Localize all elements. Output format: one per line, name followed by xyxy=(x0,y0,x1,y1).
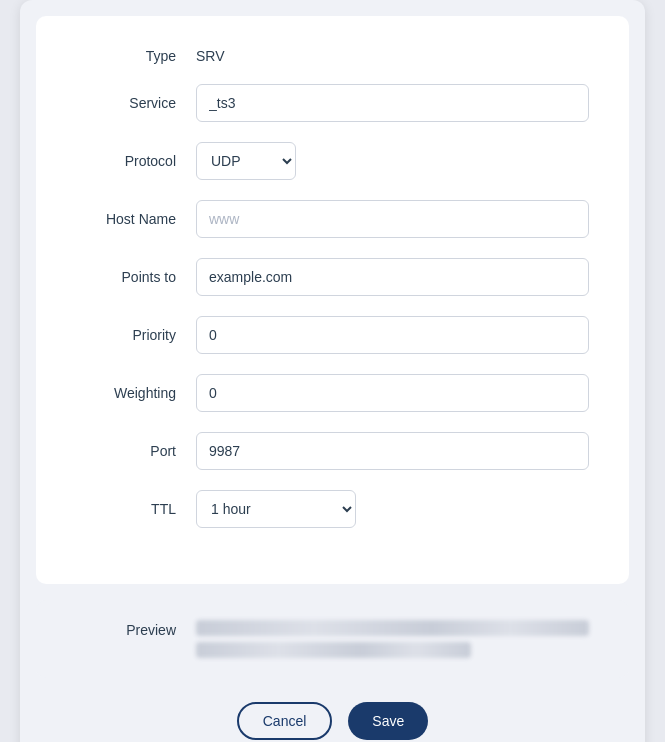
hostname-label: Host Name xyxy=(76,211,196,227)
preview-row: Preview xyxy=(76,620,589,658)
preview-line-2 xyxy=(196,642,471,658)
service-label: Service xyxy=(76,95,196,111)
protocol-label: Protocol xyxy=(76,153,196,169)
port-input[interactable] xyxy=(196,432,589,470)
weighting-input[interactable] xyxy=(196,374,589,412)
preview-content xyxy=(196,620,589,658)
protocol-select[interactable]: UDP TCP TLS xyxy=(196,142,296,180)
protocol-row: Protocol UDP TCP TLS xyxy=(76,142,589,180)
type-label: Type xyxy=(76,48,196,64)
weighting-label: Weighting xyxy=(76,385,196,401)
service-row: Service xyxy=(76,84,589,122)
ttl-label: TTL xyxy=(76,501,196,517)
points-to-input[interactable] xyxy=(196,258,589,296)
ttl-select[interactable]: 1 hour 5 minutes 30 minutes 2 hours 6 ho… xyxy=(196,490,356,528)
points-to-row: Points to xyxy=(76,258,589,296)
port-label: Port xyxy=(76,443,196,459)
priority-row: Priority xyxy=(76,316,589,354)
cancel-button[interactable]: Cancel xyxy=(237,702,333,740)
type-row: Type SRV xyxy=(76,48,589,64)
preview-label: Preview xyxy=(76,620,196,638)
port-row: Port xyxy=(76,432,589,470)
points-to-label: Points to xyxy=(76,269,196,285)
weighting-row: Weighting xyxy=(76,374,589,412)
hostname-row: Host Name xyxy=(76,200,589,238)
outer-container: Type SRV Service Protocol UDP TCP TLS Ho… xyxy=(20,0,645,742)
hostname-input[interactable] xyxy=(196,200,589,238)
preview-section: Preview xyxy=(36,600,629,678)
preview-line-1 xyxy=(196,620,589,636)
service-input[interactable] xyxy=(196,84,589,122)
action-row: Cancel Save xyxy=(36,698,629,742)
priority-input[interactable] xyxy=(196,316,589,354)
form-card: Type SRV Service Protocol UDP TCP TLS Ho… xyxy=(36,16,629,584)
type-value: SRV xyxy=(196,48,225,64)
save-button[interactable]: Save xyxy=(348,702,428,740)
ttl-row: TTL 1 hour 5 minutes 30 minutes 2 hours … xyxy=(76,490,589,528)
priority-label: Priority xyxy=(76,327,196,343)
